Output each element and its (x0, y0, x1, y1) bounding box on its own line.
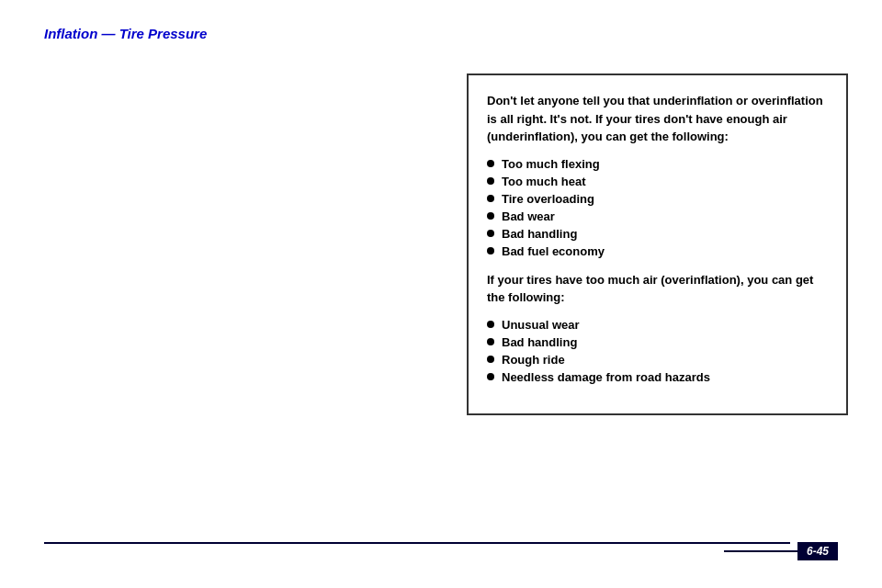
page-title: Inflation — Tire Pressure (44, 26, 207, 41)
list-item: Unusual wear (487, 316, 828, 334)
list-item-label: Too much flexing (502, 157, 600, 171)
list-item: Bad handling (487, 225, 828, 243)
underinflation-list: Too much flexing Too much heat Tire over… (487, 155, 828, 260)
list-item-label: Bad wear (502, 209, 555, 223)
bullet-icon (487, 177, 494, 185)
bottom-divider (44, 542, 790, 544)
bullet-icon (487, 247, 494, 254)
bullet-icon (487, 373, 494, 380)
list-item-label: Bad handling (502, 227, 577, 241)
list-item: Rough ride (487, 351, 828, 368)
info-box: Don't let anyone tell you that underinfl… (467, 74, 848, 415)
bullet-icon (487, 230, 494, 237)
list-item: Bad wear (487, 208, 828, 225)
list-item: Bad handling (487, 334, 828, 351)
info-box-intro: Don't let anyone tell you that underinfl… (487, 92, 828, 146)
list-item: Too much heat (487, 173, 828, 190)
list-item-label: Unusual wear (502, 318, 580, 332)
list-item-label: Needless damage from road hazards (502, 370, 710, 384)
list-item: Tire overloading (487, 190, 828, 208)
bullet-icon (487, 212, 494, 220)
list-item: Bad fuel economy (487, 243, 828, 260)
bullet-icon (487, 321, 494, 328)
bullet-icon (487, 195, 494, 202)
list-item-label: Rough ride (502, 353, 565, 367)
bullet-icon (487, 338, 494, 345)
page-container: Inflation — Tire Pressure Don't let anyo… (0, 0, 882, 588)
page-number-area: 6-45 (724, 542, 838, 560)
overinflation-intro: If your tires have too much air (overinf… (487, 271, 828, 307)
page-num-line (724, 550, 797, 552)
list-item-label: Too much heat (502, 175, 585, 188)
list-item-label: Tire overloading (502, 192, 594, 206)
bullet-icon (487, 160, 494, 167)
list-item: Too much flexing (487, 155, 828, 173)
list-item: Needless damage from road hazards (487, 368, 828, 386)
list-item-label: Bad handling (502, 335, 577, 349)
overinflation-list: Unusual wear Bad handling Rough ride Nee… (487, 316, 828, 386)
page-number-badge: 6-45 (797, 542, 838, 560)
bullet-icon (487, 356, 494, 363)
list-item-label: Bad fuel economy (502, 244, 605, 258)
